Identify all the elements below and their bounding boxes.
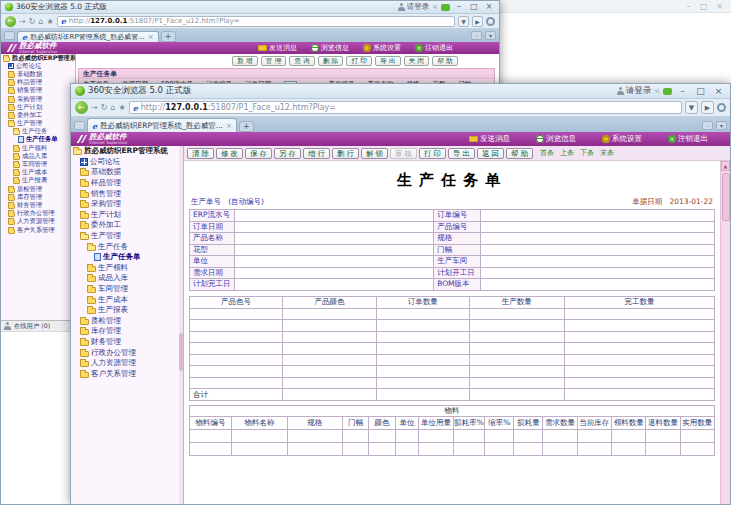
cell[interactable] bbox=[564, 343, 714, 355]
minimize-button[interactable]: – bbox=[687, 2, 691, 11]
toolbar-button-清除[interactable]: 清除 bbox=[187, 148, 214, 159]
tree-item-财务管理[interactable]: 财务管理 bbox=[71, 337, 183, 348]
cell[interactable] bbox=[282, 354, 376, 366]
cell[interactable] bbox=[287, 443, 342, 456]
cell[interactable] bbox=[469, 331, 564, 343]
cell[interactable] bbox=[485, 443, 514, 456]
toolbar-button-修改[interactable]: 修改 bbox=[216, 148, 243, 159]
tree-scrollbar-thumb[interactable] bbox=[179, 333, 183, 371]
banner-link-mail[interactable]: 发送消息 bbox=[258, 43, 297, 53]
nav-link-下条[interactable]: 下条 bbox=[580, 148, 594, 158]
field-value-input[interactable] bbox=[234, 267, 434, 279]
tree-item-委外加工[interactable]: 委外加工 bbox=[71, 220, 183, 231]
product-row[interactable] bbox=[190, 377, 715, 389]
cell[interactable] bbox=[577, 443, 611, 456]
cell[interactable] bbox=[419, 430, 453, 443]
product-row[interactable] bbox=[190, 354, 715, 366]
refresh-button[interactable]: ↻ bbox=[101, 103, 108, 112]
cell[interactable] bbox=[469, 343, 564, 355]
toolbar-button-保存[interactable]: 保存 bbox=[245, 148, 272, 159]
cell[interactable] bbox=[376, 377, 469, 389]
favorites-star-icon[interactable]: ★ bbox=[46, 17, 53, 26]
tree-item-基础数据[interactable]: 基础数据 bbox=[71, 167, 183, 178]
cell[interactable] bbox=[612, 430, 646, 443]
tree-item-行政办公管理[interactable]: 行政办公管理 bbox=[71, 347, 183, 358]
titlebar[interactable]: 360安全浏览器 5.0 正式版 请登录 < – □ × bbox=[1, 1, 499, 14]
cell[interactable] bbox=[453, 443, 485, 456]
tree-item-客户关系管理[interactable]: 客户关系管理 bbox=[1, 226, 75, 234]
cell[interactable] bbox=[376, 308, 469, 320]
cell[interactable] bbox=[190, 430, 232, 443]
field-value-input[interactable] bbox=[234, 244, 434, 256]
field-value-input[interactable] bbox=[481, 210, 715, 222]
field-value-input[interactable] bbox=[481, 221, 715, 233]
tree-item-质检管理[interactable]: 质检管理 bbox=[71, 316, 183, 327]
toolbar-button-删行[interactable]: 删行 bbox=[332, 148, 359, 159]
toolbar-button-查询[interactable]: 查询 bbox=[289, 56, 315, 66]
toolbar-button-另存[interactable]: 另存 bbox=[274, 148, 301, 159]
cell[interactable] bbox=[453, 430, 485, 443]
cell[interactable] bbox=[376, 366, 469, 378]
cell[interactable] bbox=[395, 430, 419, 443]
field-value-input[interactable] bbox=[481, 256, 715, 268]
field-value-input[interactable] bbox=[481, 233, 715, 245]
cell[interactable] bbox=[612, 443, 646, 456]
favorites-star-icon[interactable]: ★ bbox=[118, 103, 125, 112]
material-row[interactable] bbox=[190, 430, 715, 443]
cell[interactable] bbox=[190, 320, 283, 332]
cell[interactable] bbox=[376, 343, 469, 355]
cell[interactable] bbox=[376, 354, 469, 366]
page-scrollbar[interactable]: ▲ bbox=[720, 161, 730, 505]
maximize-button[interactable]: □ bbox=[700, 2, 708, 11]
url-input[interactable]: e http://127.0.0.1:51807/P1_Face_u12.htm… bbox=[129, 101, 682, 114]
cell[interactable] bbox=[469, 377, 564, 389]
cell[interactable] bbox=[190, 354, 283, 366]
collapse-icon[interactable]: < bbox=[654, 87, 660, 95]
cell[interactable] bbox=[287, 430, 342, 443]
field-value-input[interactable] bbox=[234, 221, 434, 233]
tree-scrollbar[interactable] bbox=[179, 146, 183, 505]
maximize-button[interactable]: □ bbox=[468, 2, 480, 12]
login-button[interactable]: 请登录 bbox=[617, 85, 652, 97]
toolbar-button-增行[interactable]: 增行 bbox=[303, 148, 330, 159]
cell[interactable] bbox=[376, 320, 469, 332]
cell[interactable] bbox=[282, 343, 376, 355]
url-dropdown-icon[interactable]: ▼ bbox=[685, 101, 698, 114]
tree-item-人力资源管理[interactable]: 人力资源管理 bbox=[71, 358, 183, 369]
toolbar-button-导出[interactable]: 导出 bbox=[448, 148, 475, 159]
cell[interactable] bbox=[190, 343, 283, 355]
toolbar-button-管理[interactable]: 管理 bbox=[261, 56, 287, 66]
cell[interactable] bbox=[282, 331, 376, 343]
cell[interactable] bbox=[564, 320, 714, 332]
cell[interactable] bbox=[469, 308, 564, 320]
new-tab-button[interactable]: + bbox=[161, 31, 176, 42]
cell[interactable] bbox=[190, 443, 232, 456]
field-value-input[interactable] bbox=[234, 210, 434, 222]
tree-item-生产管理[interactable]: 生产管理 bbox=[71, 231, 183, 242]
tree-item-销售管理[interactable]: 销售管理 bbox=[71, 188, 183, 199]
tree-item-采购管理[interactable]: 采购管理 bbox=[71, 199, 183, 210]
toolbar-button-关闭[interactable]: 关闭 bbox=[404, 56, 430, 66]
toolbar-button-帮助[interactable]: 帮助 bbox=[506, 148, 533, 159]
cell[interactable] bbox=[564, 331, 714, 343]
cell[interactable] bbox=[282, 320, 376, 332]
cell[interactable] bbox=[577, 430, 611, 443]
cell[interactable] bbox=[543, 430, 577, 443]
skin-icon[interactable] bbox=[441, 4, 450, 11]
minimize-button[interactable]: – bbox=[675, 86, 690, 96]
tree-item-生产领料[interactable]: 生产领料 bbox=[71, 263, 183, 274]
restore-tab-icon[interactable]: ◦ bbox=[471, 31, 482, 40]
cell[interactable] bbox=[680, 430, 714, 443]
field-value-input[interactable] bbox=[481, 244, 715, 256]
tree-item-库存管理[interactable]: 库存管理 bbox=[71, 326, 183, 337]
nav-link-末条[interactable]: 末条 bbox=[600, 148, 614, 158]
cell[interactable] bbox=[564, 308, 714, 320]
tab-menu-icon[interactable]: ▾ bbox=[485, 31, 496, 40]
tree-item-生产报表[interactable]: 生产报表 bbox=[71, 305, 183, 316]
url-input[interactable]: e http://127.0.0.1:51807/P1_Face_u12.htm… bbox=[57, 16, 455, 27]
minimize-button[interactable]: – bbox=[453, 2, 465, 12]
cell[interactable] bbox=[342, 443, 368, 456]
browser-menu-icon[interactable] bbox=[717, 103, 726, 112]
cell[interactable] bbox=[485, 430, 514, 443]
cell[interactable] bbox=[646, 430, 680, 443]
